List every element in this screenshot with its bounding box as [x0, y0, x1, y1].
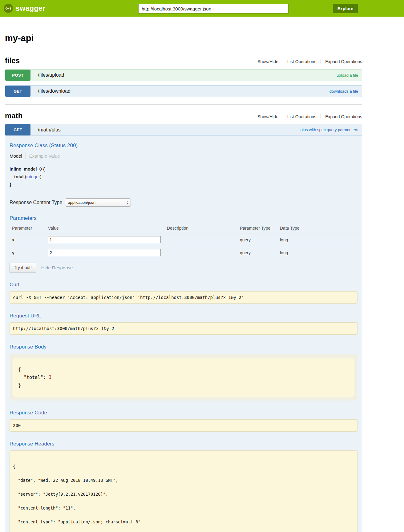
curl-heading: Curl [10, 282, 358, 288]
json-number-value: 3 [49, 375, 51, 380]
action-separator [321, 59, 321, 64]
swagger-header: {⋯} swagger Explore [0, 0, 404, 17]
column-parameter: Parameter [10, 224, 48, 233]
swagger-braces-icon: {⋯} [4, 4, 13, 13]
parameter-description [167, 246, 240, 259]
operation-row-post-files-upload[interactable]: POST /files/upload upload a file [5, 69, 362, 81]
parameters-heading: Parameters [10, 215, 358, 221]
get-method-badge: GET [5, 86, 30, 97]
model-close-line: } [10, 181, 358, 188]
column-parameter-type: Parameter Type [240, 224, 280, 233]
operation-summary-link[interactable]: plus with spec query parameters [301, 127, 358, 132]
response-body-heading: Response Body [10, 344, 358, 350]
request-url-heading: Request URL [10, 313, 358, 319]
model-open-line: inline_model_0 { [10, 165, 358, 173]
parameter-description [167, 233, 240, 246]
headers-line: { [13, 464, 354, 469]
select-arrows-icon: ▲▼ [126, 201, 128, 204]
selected-content-type: application/json [68, 200, 95, 205]
show-hide-link[interactable]: Show/Hide [257, 59, 278, 64]
list-operations-link[interactable]: List Operations [287, 114, 316, 119]
swagger-logo[interactable]: {⋯} swagger [4, 0, 46, 17]
response-body-outer: { "total": 3} [10, 354, 358, 401]
parameter-row-x: x query long [10, 233, 358, 246]
parameter-value-input-y[interactable] [48, 249, 161, 256]
tab-example-value[interactable]: Example Value [29, 153, 60, 159]
tab-separator [26, 152, 26, 159]
headers-line: "content-type": "application/json; chars… [13, 520, 354, 524]
headers-line: "date": "Wed, 22 Aug 2018 18:49:13 GMT", [13, 478, 354, 483]
operation-path-link[interactable]: /files/upload [38, 72, 64, 78]
resource-title-files[interactable]: files [5, 56, 20, 65]
parameter-value-input-x[interactable] [48, 236, 161, 243]
action-separator [283, 114, 283, 119]
try-it-out-row: Try it out! Hide Response [10, 263, 358, 272]
json-close: } [18, 381, 349, 389]
parameter-type: query [240, 246, 280, 259]
operation-row-get-math-plus[interactable]: GET /math/plus plus with spec query para… [5, 124, 362, 136]
parameters-table: Parameter Value Description Parameter Ty… [10, 224, 358, 259]
explore-button[interactable]: Explore [333, 4, 358, 13]
action-separator [283, 59, 283, 64]
headers-line: "server": "Jetty(9.2.21.v20170120)", [13, 492, 354, 497]
get-method-badge: GET [5, 124, 30, 135]
model-signature: inline_model_0 { total (integer) } [10, 165, 358, 188]
model-property: total (integer) [10, 173, 358, 181]
response-content-type-label: Response Content Type [10, 200, 62, 205]
list-operations-link[interactable]: List Operations [287, 59, 316, 64]
parameter-name: x [10, 233, 48, 246]
operation-expanded-get-math-plus: GET /math/plus plus with spec query para… [5, 124, 362, 532]
response-headers-heading: Response Headers [10, 441, 358, 447]
response-content-type-row: Response Content Type application/json ▲… [10, 198, 358, 207]
response-code-heading: Response Code [10, 410, 358, 416]
curl-command-box: curl -X GET --header 'Accept: applicatio… [10, 291, 358, 304]
response-content-type-select[interactable]: application/json ▲▼ [65, 198, 131, 207]
response-code-box: 200 [10, 419, 358, 432]
parameter-type: query [240, 233, 280, 246]
parameter-data-type: long [280, 246, 358, 259]
math-resource-actions: Show/Hide List Operations Expand Operati… [257, 114, 362, 119]
headers-line: "content-length": "11", [13, 506, 354, 510]
property-type: integer [26, 174, 40, 179]
model-tabs: Model Example Value [10, 152, 358, 159]
math-resource: math Show/Hide List Operations Expand Op… [5, 111, 362, 532]
parameters-header-row: Parameter Value Description Parameter Ty… [10, 224, 358, 233]
parameter-row-y: y query long [10, 246, 358, 259]
column-data-type: Data Type [280, 224, 358, 233]
operation-row-get-files-download[interactable]: GET /files/download downloads a file [5, 85, 362, 97]
column-value: Value [48, 224, 167, 233]
operation-summary-link[interactable]: upload a file [337, 73, 358, 78]
parameter-data-type: long [280, 233, 358, 246]
response-headers-box: { "date": "Wed, 22 Aug 2018 18:49:13 GMT… [10, 450, 358, 532]
page-content: my-api files Show/Hide List Operations E… [5, 33, 362, 532]
parameter-name: y [10, 246, 48, 259]
api-title: my-api [5, 33, 362, 43]
show-hide-link[interactable]: Show/Hide [257, 114, 278, 119]
paren-close: ) [40, 174, 42, 179]
operation-path-link[interactable]: /math/plus [38, 127, 61, 133]
math-resource-header: math Show/Hide List Operations Expand Op… [5, 111, 362, 120]
expand-operations-link[interactable]: Expand Operations [325, 59, 362, 64]
request-url-box: http://localhost:3000/math/plus?x=1&y=2 [10, 322, 358, 335]
operation-content: Response Class (Status 200) Model Exampl… [5, 136, 362, 532]
post-method-badge: POST [5, 70, 30, 81]
json-total-line: "total": 3 [18, 373, 349, 381]
action-separator [321, 114, 321, 119]
operation-summary-link[interactable]: downloads a file [329, 89, 358, 94]
column-description: Description [167, 224, 240, 233]
resource-divider [5, 104, 362, 105]
files-resource-actions: Show/Hide List Operations Expand Operati… [257, 59, 362, 64]
files-resource: files Show/Hide List Operations Expand O… [5, 56, 362, 97]
operation-path-link[interactable]: /files/download [38, 88, 71, 94]
try-it-out-button[interactable]: Try it out! [10, 263, 36, 272]
spec-url-input[interactable] [138, 4, 289, 14]
response-body-box: { "total": 3} [13, 358, 354, 397]
property-name: total [14, 174, 24, 179]
files-resource-header: files Show/Hide List Operations Expand O… [5, 56, 362, 65]
hide-response-link[interactable]: Hide Response [41, 265, 73, 270]
swagger-logo-text: swagger [16, 4, 46, 13]
expand-operations-link[interactable]: Expand Operations [325, 114, 362, 119]
tab-model[interactable]: Model [10, 153, 22, 159]
response-class-heading: Response Class (Status 200) [10, 143, 358, 149]
resource-title-math[interactable]: math [5, 111, 22, 120]
